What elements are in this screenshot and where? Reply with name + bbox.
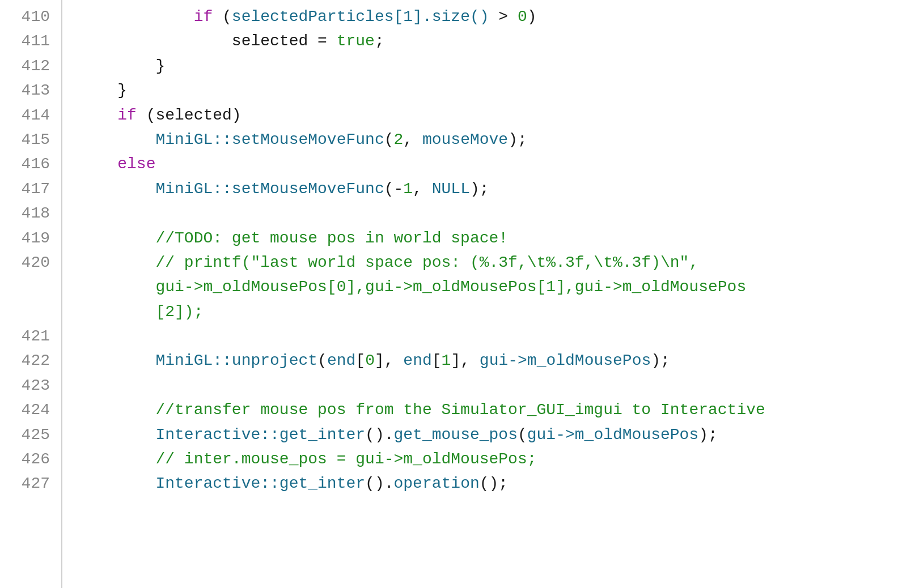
code-token: else [117, 155, 155, 173]
code-lines: if (selectedParticles[1].size() > 0) sel… [62, 0, 915, 588]
code-token: selectedParticles[1].size() [232, 8, 489, 25]
code-token: ], [375, 352, 403, 369]
line-number: 411 [0, 29, 50, 53]
code-token: (); [480, 475, 508, 492]
code-token: ); [508, 131, 527, 148]
code-token [79, 57, 155, 75]
line-number: 412 [0, 54, 50, 78]
code-token: Interactive::get_inter [155, 426, 365, 444]
code-token: } [117, 82, 127, 99]
code-token: 0 [518, 8, 527, 25]
code-token: Interactive::get_inter [155, 475, 365, 492]
line-number: 422 [0, 348, 50, 373]
code-line: } [79, 54, 915, 78]
code-token: mouseMove [422, 131, 508, 148]
code-line: //TODO: get mouse pos in world space! [79, 226, 915, 250]
line-number: 410 [0, 5, 50, 29]
code-token: = [308, 32, 336, 50]
code-token: ; [375, 32, 384, 50]
line-number: 426 [0, 447, 50, 471]
code-token: 1 [403, 180, 413, 198]
line-number: 420 [0, 250, 50, 275]
code-token: ], [451, 352, 479, 369]
code-token: 0 [365, 352, 375, 369]
line-number: 427 [0, 471, 50, 496]
code-line: } [79, 78, 915, 103]
code-token: //transfer mouse pos from the Simulator_… [155, 401, 765, 419]
code-token: (- [384, 180, 404, 198]
code-token: ( [213, 8, 232, 25]
code-token: NULL [432, 180, 470, 198]
code-token: 2 [394, 131, 404, 148]
line-number: 416 [0, 152, 50, 176]
code-token: , [413, 180, 432, 198]
code-token [79, 8, 194, 25]
code-token: MiniGL::setMouseMoveFunc [155, 131, 384, 148]
code-token: gui->m_oldMousePos[0],gui->m_oldMousePos… [155, 278, 746, 296]
code-line: // printf("last world space pos: (%.3f,\… [79, 250, 915, 275]
line-number: 419 [0, 226, 50, 250]
code-token [79, 426, 155, 444]
code-token: , [403, 131, 422, 148]
code-token: ) [527, 8, 537, 25]
code-line: Interactive::get_inter().get_mouse_pos(g… [79, 423, 915, 447]
code-token [79, 303, 155, 321]
code-token: > [489, 8, 518, 25]
code-token: ); [651, 352, 670, 369]
code-token: [ [355, 352, 365, 369]
code-token [79, 180, 155, 198]
code-token: selected [155, 106, 231, 124]
code-token: operation [394, 475, 480, 492]
line-number: 415 [0, 127, 50, 152]
code-line: MiniGL::setMouseMoveFunc(2, mouseMove); [79, 127, 915, 152]
code-token: ); [470, 180, 489, 198]
code-line: MiniGL::unproject(end[0], end[1], gui->m… [79, 348, 915, 373]
code-token: gui->m_oldMousePos [527, 426, 698, 444]
code-line [79, 324, 915, 348]
code-token: if [194, 8, 213, 25]
code-line: gui->m_oldMousePos[0],gui->m_oldMousePos… [79, 275, 915, 299]
code-token [79, 32, 232, 50]
code-token [79, 352, 155, 369]
line-number: 414 [0, 103, 50, 127]
code-line [79, 201, 915, 225]
code-token: if [117, 106, 137, 124]
code-token: (). [365, 426, 393, 444]
code-token: [2]); [155, 303, 203, 321]
line-number: 417 [0, 177, 50, 201]
code-token: (). [365, 475, 393, 492]
code-token: end [327, 352, 355, 369]
code-token [79, 82, 117, 99]
line-number: 425 [0, 423, 50, 447]
code-line: else [79, 152, 915, 176]
line-number: 424 [0, 398, 50, 422]
line-number: 418 [0, 201, 50, 225]
code-token [79, 131, 155, 148]
code-line: [2]); [79, 300, 915, 324]
code-line: if (selected) [79, 103, 915, 127]
line-number: 413 [0, 78, 50, 103]
line-number: 421 [0, 324, 50, 348]
line-numbers: 4104114124134144154164174184194204214224… [0, 0, 62, 588]
code-token: ); [698, 426, 718, 444]
code-token: end [403, 352, 431, 369]
code-token: // inter.mouse_pos = gui->m_oldMousePos; [155, 450, 536, 468]
code-token: ( [518, 426, 527, 444]
code-line: //transfer mouse pos from the Simulator_… [79, 398, 915, 422]
code-token: [ [432, 352, 442, 369]
code-line: Interactive::get_inter().operation(); [79, 471, 915, 496]
code-line: MiniGL::setMouseMoveFunc(-1, NULL); [79, 177, 915, 201]
code-line [79, 373, 915, 398]
code-token [79, 401, 155, 419]
code-editor: 4104114124134144154164174184194204214224… [0, 0, 915, 588]
code-token: true [337, 32, 375, 50]
code-token: //TODO: get mouse pos in world space! [155, 229, 508, 247]
code-line: selected = true; [79, 29, 915, 53]
line-number: 423 [0, 373, 50, 398]
code-token: MiniGL::setMouseMoveFunc [155, 180, 384, 198]
code-token: get_mouse_pos [394, 426, 518, 444]
code-token: ( [137, 106, 156, 124]
code-line: // inter.mouse_pos = gui->m_oldMousePos; [79, 447, 915, 471]
code-token: } [155, 57, 165, 75]
code-token: MiniGL::unproject [155, 352, 317, 369]
